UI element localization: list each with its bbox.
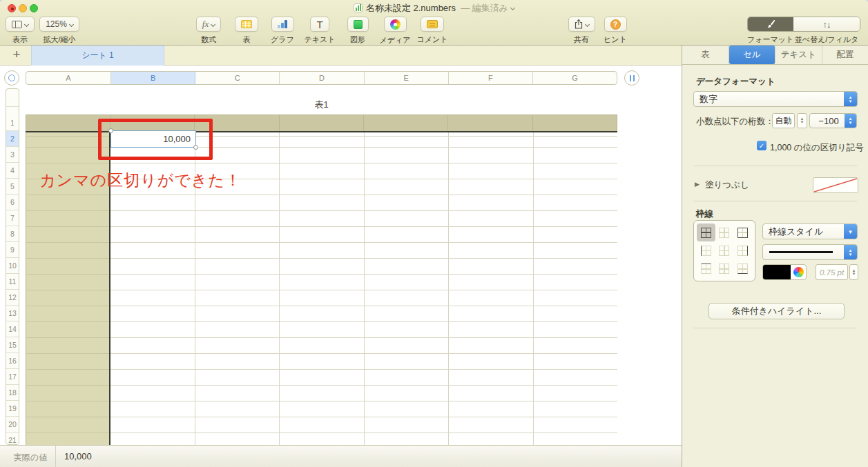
border-all-button[interactable] bbox=[697, 223, 715, 241]
row-header-9[interactable]: 9 bbox=[6, 242, 19, 258]
conditional-highlight-button[interactable]: 条件付きハイライト... bbox=[708, 303, 845, 319]
column-header-A[interactable]: A bbox=[26, 72, 111, 84]
row-header-15[interactable]: 15 bbox=[6, 337, 19, 353]
row-header-7[interactable]: 7 bbox=[6, 210, 19, 226]
view-button[interactable] bbox=[6, 17, 35, 32]
table-button[interactable] bbox=[235, 17, 258, 32]
row-header-11[interactable]: 11 bbox=[6, 274, 19, 290]
border-horizontal-button[interactable] bbox=[715, 260, 734, 278]
chart-icon bbox=[278, 20, 288, 28]
tab-arrange[interactable]: 配置 bbox=[822, 46, 868, 64]
border-style-placeholder: 枠線スタイル bbox=[763, 226, 844, 238]
row-header-13[interactable]: 13 bbox=[6, 306, 19, 321]
inspector-tabs: 表 セル テキスト 配置 bbox=[682, 46, 868, 65]
chart-button[interactable] bbox=[271, 17, 294, 32]
table-handle-icon[interactable] bbox=[4, 70, 19, 86]
row-header-1[interactable]: 1 bbox=[6, 115, 19, 131]
sheet-tab[interactable]: シート 1 bbox=[31, 46, 164, 66]
border-style-chevron-icon: ▾ bbox=[844, 224, 857, 239]
table-label: 表 bbox=[231, 34, 262, 45]
row-header-8[interactable]: 8 bbox=[6, 226, 19, 242]
column-header-F[interactable]: F bbox=[449, 72, 533, 84]
border-left-button[interactable] bbox=[697, 241, 715, 259]
hint-button[interactable]: ? bbox=[604, 17, 627, 32]
tab-table[interactable]: 表 bbox=[682, 46, 729, 64]
column-header-G[interactable]: G bbox=[533, 72, 617, 84]
status-label: 実際の値 bbox=[14, 452, 47, 464]
border-width-field[interactable]: 0.75 pt bbox=[816, 264, 848, 280]
fill-none-swatch[interactable] bbox=[813, 177, 858, 193]
row-header-2[interactable]: 2 bbox=[6, 131, 19, 147]
comment-label: コメント bbox=[414, 34, 450, 45]
decimals-label: 小数点以下の桁数： bbox=[696, 116, 774, 128]
border-style-select[interactable]: 枠線スタイル ▾ bbox=[762, 223, 858, 239]
text-button[interactable]: T bbox=[310, 17, 329, 32]
column-header-D[interactable]: D bbox=[280, 72, 364, 84]
row-header-3[interactable]: 3 bbox=[6, 147, 19, 163]
border-right-button[interactable] bbox=[733, 241, 752, 259]
zoom-button[interactable]: 125% bbox=[39, 17, 79, 32]
hint-label: ヒント bbox=[599, 34, 632, 45]
row-header-20[interactable]: 20 bbox=[6, 417, 19, 433]
column-header-E[interactable]: E bbox=[365, 72, 449, 84]
line-style-select[interactable]: ▴▾ bbox=[762, 244, 858, 260]
format-inspector: 表 セル テキスト 配置 データフォーマット 数字 ▴▾ 小数点以下の桁数： 自… bbox=[682, 46, 868, 467]
comment-button[interactable] bbox=[421, 17, 444, 32]
table-column-E[interactable] bbox=[365, 132, 450, 445]
border-inner-button[interactable] bbox=[715, 241, 734, 259]
shape-button[interactable] bbox=[347, 17, 369, 32]
border-label: 枠線 bbox=[696, 208, 713, 220]
row-header-6[interactable]: 6 bbox=[6, 195, 19, 210]
border-top-icon bbox=[701, 264, 711, 274]
column-header-B[interactable]: B bbox=[111, 72, 195, 84]
share-icon bbox=[575, 19, 583, 29]
border-color-well[interactable] bbox=[762, 264, 807, 280]
decimals-auto-field[interactable]: 自動 bbox=[772, 113, 795, 128]
row-header-5[interactable]: 5 bbox=[6, 179, 19, 195]
sheet-canvas: ABCDEFG 12345678910111213141516171819202… bbox=[0, 66, 682, 445]
sheet-tab-bar: + シート 1 bbox=[0, 46, 682, 66]
table-column-G[interactable] bbox=[534, 132, 618, 445]
row-header-17[interactable]: 17 bbox=[6, 369, 19, 385]
table-column-F[interactable] bbox=[449, 132, 534, 445]
formula-button[interactable]: fx bbox=[196, 17, 221, 32]
row-header-4[interactable]: 4 bbox=[6, 163, 19, 179]
row-header-19[interactable]: 19 bbox=[6, 401, 19, 417]
fill-disclosure-icon[interactable]: ▶ bbox=[695, 181, 700, 188]
border-inner-icon bbox=[719, 246, 729, 256]
add-column-handle-icon[interactable] bbox=[624, 70, 639, 86]
format-segment[interactable] bbox=[748, 17, 793, 31]
column-header-C[interactable]: C bbox=[195, 72, 280, 84]
decimals-value-select[interactable]: −100 ▴▾ bbox=[809, 113, 857, 128]
table-column-D[interactable] bbox=[280, 132, 365, 445]
row-header-16[interactable]: 16 bbox=[6, 353, 19, 369]
border-color-swatch bbox=[763, 265, 791, 279]
row-header-18[interactable]: 18 bbox=[6, 385, 19, 401]
row-header-14[interactable]: 14 bbox=[6, 321, 19, 337]
add-sheet-button[interactable]: + bbox=[8, 47, 25, 62]
tab-text[interactable]: テキスト bbox=[775, 46, 822, 64]
media-button[interactable] bbox=[384, 17, 407, 32]
tab-cell[interactable]: セル bbox=[729, 46, 776, 64]
border-top-button[interactable] bbox=[697, 260, 715, 278]
row-header-21[interactable]: 21 bbox=[6, 433, 19, 445]
border-bottom-button[interactable] bbox=[733, 260, 752, 278]
sort-filter-segment[interactable]: ↑↓ bbox=[793, 17, 860, 31]
row-header-10[interactable]: 10 bbox=[6, 258, 19, 274]
title-chevron-icon[interactable] bbox=[510, 6, 515, 10]
paintbrush-icon bbox=[766, 19, 775, 29]
table-title: 表1 bbox=[26, 99, 617, 111]
thousands-separator-checkbox[interactable]: ✓ bbox=[757, 141, 766, 150]
data-format-select[interactable]: 数字 ▴▾ bbox=[693, 91, 858, 107]
line-sample bbox=[769, 251, 833, 253]
sort-filter-label: 並べ替え/フィルタ bbox=[793, 34, 860, 45]
view-label: 表示 bbox=[6, 34, 35, 45]
formula-label: 数式 bbox=[192, 34, 225, 45]
row-header-12[interactable]: 12 bbox=[6, 290, 19, 306]
border-none-button[interactable] bbox=[715, 223, 734, 241]
border-width-stepper[interactable]: ▲▼ bbox=[849, 264, 858, 280]
share-button[interactable] bbox=[568, 17, 595, 32]
border-outer-button[interactable] bbox=[733, 223, 752, 241]
decimals-stepper[interactable]: ▲▼ bbox=[797, 113, 807, 128]
border-preset-grid bbox=[693, 220, 755, 281]
